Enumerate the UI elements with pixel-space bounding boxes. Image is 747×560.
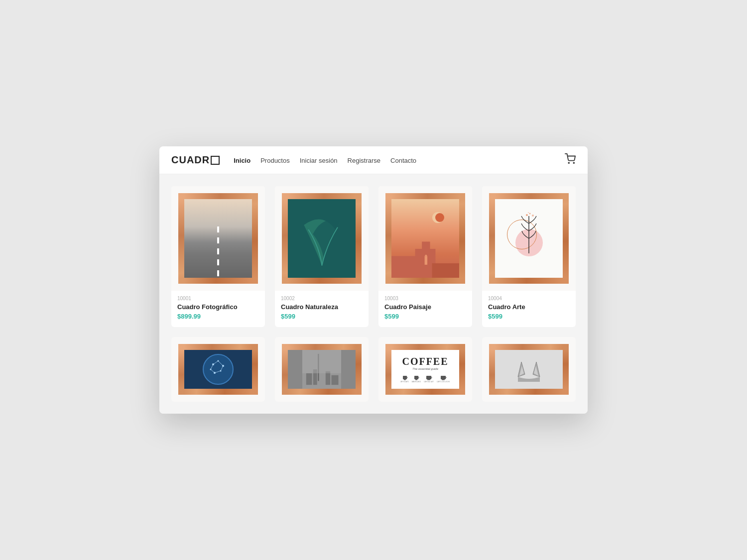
product-card-1[interactable]: 10001 Cuadro Fotográfico $899.99 — [171, 186, 265, 327]
svg-rect-36 — [426, 376, 431, 379]
product-card-3[interactable]: 10003 Cuadro Paisaje $599 — [378, 186, 472, 327]
product-info-2: 10002 Cuadro Naturaleza $599 — [275, 291, 369, 327]
frame-2 — [282, 193, 362, 284]
nav-link-productos[interactable]: Productos — [260, 157, 290, 164]
art-botanical — [495, 199, 563, 278]
art-stars — [184, 350, 252, 389]
product-card-8[interactable] — [482, 337, 576, 402]
svg-rect-2 — [391, 256, 418, 278]
svg-rect-32 — [403, 376, 407, 379]
navbar: CUADR Inicio Productos Iniciar sesión Re… — [159, 146, 588, 174]
svg-rect-31 — [302, 350, 341, 373]
svg-rect-35 — [415, 379, 417, 380]
product-id-1: 10001 — [177, 296, 259, 301]
coffee-cup-1: AFFOGATO — [401, 374, 409, 383]
frame-inner-8 — [495, 350, 563, 389]
svg-point-9 — [529, 213, 531, 214]
product-price-1: $899.99 — [177, 313, 259, 320]
product-name-4: Cuadro Arte — [488, 303, 570, 311]
nav-link-register[interactable]: Registrarse — [348, 157, 380, 164]
svg-rect-37 — [427, 379, 430, 380]
browser-window: CUADR Inicio Productos Iniciar sesión Re… — [159, 146, 588, 414]
product-image-3 — [378, 186, 472, 291]
coffee-title: COFFEE — [402, 356, 448, 366]
logo-box — [211, 156, 220, 165]
svg-point-1 — [573, 162, 574, 163]
product-id-3: 10003 — [384, 296, 466, 301]
product-image-5 — [171, 337, 265, 402]
svg-rect-6 — [425, 256, 427, 265]
product-info-3: 10003 Cuadro Paisaje $599 — [378, 291, 472, 327]
art-landscape — [391, 199, 459, 278]
art-leaf — [288, 199, 356, 278]
product-image-2 — [275, 186, 369, 291]
svg-rect-29 — [326, 371, 330, 385]
svg-rect-27 — [306, 373, 312, 385]
logo-text: CUADR — [171, 154, 210, 166]
frame-7: COFFEE The essential guide AFFOGATO — [385, 344, 465, 395]
nav-item-productos[interactable]: Productos — [260, 156, 290, 165]
frame-3 — [385, 193, 465, 284]
product-price-4: $599 — [488, 313, 570, 320]
product-name-3: Cuadro Paisaje — [384, 303, 466, 311]
frame-8 — [489, 344, 569, 395]
nav-item-contact[interactable]: Contacto — [390, 156, 416, 165]
frame-4 — [489, 193, 569, 284]
moon-shape — [435, 213, 444, 222]
product-id-4: 10004 — [488, 296, 570, 301]
svg-point-12 — [203, 354, 233, 384]
svg-point-10 — [532, 215, 534, 217]
frame-inner-7: COFFEE The essential guide AFFOGATO — [391, 350, 459, 389]
frame-inner-3 — [391, 199, 459, 278]
logo[interactable]: CUADR — [171, 154, 220, 166]
svg-rect-39 — [442, 379, 445, 380]
product-name-1: Cuadro Fotográfico — [177, 303, 259, 311]
svg-rect-33 — [404, 379, 406, 380]
svg-rect-38 — [441, 376, 446, 379]
nav-item-login[interactable]: Iniciar sesión — [300, 156, 338, 165]
nav-link-contact[interactable]: Contacto — [390, 157, 416, 164]
coffee-subtitle: The essential guide — [412, 367, 438, 370]
nav-item-register[interactable]: Registrarse — [348, 156, 380, 165]
cart-button[interactable] — [565, 153, 576, 167]
product-name-2: Cuadro Naturaleza — [281, 303, 363, 311]
product-card-7[interactable]: COFFEE The essential guide AFFOGATO — [378, 337, 472, 402]
art-city — [288, 350, 356, 389]
svg-point-8 — [526, 214, 528, 216]
product-price-2: $599 — [281, 313, 363, 320]
frame-6 — [282, 344, 362, 395]
nav-item-inicio[interactable]: Inicio — [234, 156, 250, 165]
svg-rect-34 — [414, 376, 418, 379]
frame-5 — [178, 344, 258, 395]
art-coffee: COFFEE The essential guide AFFOGATO — [391, 350, 459, 389]
product-id-2: 10002 — [281, 296, 363, 301]
main-content: 10001 Cuadro Fotográfico $899.99 — [159, 174, 588, 414]
coffee-cup-2: AMERICANO — [412, 374, 421, 383]
nav-link-inicio[interactable]: Inicio — [234, 157, 250, 164]
product-image-7: COFFEE The essential guide AFFOGATO — [378, 337, 472, 402]
coffee-cups: AFFOGATO AMERICANO CAFÉ AU LAIT — [401, 374, 450, 383]
product-card-6[interactable] — [275, 337, 369, 402]
frame-1 — [178, 193, 258, 284]
art-road — [184, 199, 252, 278]
art-cat — [495, 350, 563, 389]
svg-rect-30 — [332, 375, 339, 385]
frame-inner-1 — [184, 199, 252, 278]
product-card-4[interactable]: 10004 Cuadro Arte $599 — [482, 186, 576, 327]
product-grid: 10001 Cuadro Fotográfico $899.99 — [171, 186, 576, 402]
product-image-8 — [482, 337, 576, 402]
svg-rect-4 — [432, 263, 459, 278]
product-card-5[interactable] — [171, 337, 265, 402]
product-info-1: 10001 Cuadro Fotográfico $899.99 — [171, 291, 265, 327]
nav-link-login[interactable]: Iniciar sesión — [300, 157, 338, 164]
product-card-2[interactable]: 10002 Cuadro Naturaleza $599 — [275, 186, 369, 327]
coffee-cup-4: CAFÉ CON LECHE — [437, 374, 450, 383]
product-info-4: 10004 Cuadro Arte $599 — [482, 291, 576, 327]
product-image-4 — [482, 186, 576, 291]
frame-inner-4 — [495, 199, 563, 278]
frame-inner-5 — [184, 350, 252, 389]
svg-point-11 — [528, 212, 529, 213]
coffee-cup-3: CAFÉ AU LAIT — [424, 374, 434, 383]
product-price-3: $599 — [384, 313, 466, 320]
frame-inner-6 — [288, 350, 356, 389]
